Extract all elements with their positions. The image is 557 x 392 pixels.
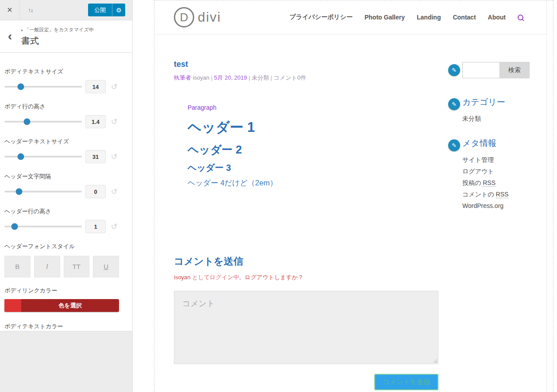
site-sidebar: ✎ 検索 ✎ カテゴリー 未分類 ✎ — [462, 62, 530, 211]
widget-title: メタ情報 — [462, 138, 530, 149]
main-nav: プライバシーポリシー Photo Gallery Landing Contact… — [289, 13, 523, 21]
customizer-preview: D divi プライバシーポリシー Photo Gallery Landing … — [133, 0, 557, 392]
post-title[interactable]: test — [174, 60, 438, 69]
nav-item-landing[interactable]: Landing — [417, 14, 441, 21]
sidebar-search-input[interactable] — [462, 62, 499, 78]
post-content: Paragraph ヘッダー 1 ヘッダー 2 ヘッダー 3 ヘッダー 4だけど… — [188, 104, 438, 188]
comment-section: コメントを送信 isoyan としてログイン中。ログアウトしますか？ コメントを… — [174, 255, 438, 390]
reset-icon[interactable]: ↺ — [109, 117, 119, 127]
category-link[interactable]: 未分類 — [462, 113, 530, 124]
slider-value: 14 — [85, 80, 106, 93]
slider-track[interactable] — [4, 226, 82, 227]
slider-thumb[interactable] — [23, 119, 30, 125]
slider-value: 31 — [85, 150, 106, 163]
meta-link-wordpress-org[interactable]: WordPress.org — [462, 200, 530, 211]
logout-link[interactable]: ログアウトしますか？ — [245, 274, 303, 281]
slider-thumb[interactable] — [17, 154, 24, 160]
post-article: test 執筆者 isoyan | 5月 20, 2019 | 未分類 | コメ… — [174, 60, 438, 188]
slider-control-body-line-height: ボディ行の高さ 1.4 ↺ — [4, 103, 119, 128]
meta-separator: | — [249, 74, 250, 81]
post-category-link[interactable]: 未分類 — [252, 74, 269, 81]
slider-value: 1.4 — [85, 115, 106, 128]
nav-item-privacy-policy[interactable]: プライバシーポリシー — [289, 13, 353, 21]
breadcrumb-text: 「一般設定」をカスタマイズ中 — [25, 27, 94, 32]
site-page: D divi プライバシーポリシー Photo Gallery Landing … — [154, 0, 547, 392]
logo-text: divi — [198, 10, 221, 25]
author-label: 執筆者 — [174, 74, 191, 81]
reset-icon[interactable]: ↺ — [109, 222, 119, 231]
sidebar-search-button[interactable]: 検索 — [499, 62, 530, 78]
slider-thumb[interactable] — [17, 84, 24, 90]
customizer-topbar: ✕ ↑↓ 公開 ⚙ — [0, 0, 132, 20]
reset-icon[interactable]: ↺ — [109, 187, 119, 196]
submit-comment-button[interactable]: コメントを送信 — [374, 374, 438, 390]
search-widget: ✎ 検索 — [462, 62, 530, 78]
back-button[interactable]: ‹ — [0, 20, 20, 52]
slider-track[interactable] — [4, 156, 82, 158]
color-picker-button[interactable]: 色を選択 — [4, 299, 119, 312]
heading-4: ヘッダー 4だけど（2em） — [188, 178, 438, 188]
heading-3: ヘッダー 3 — [188, 162, 438, 174]
comment-count-link[interactable]: コメント0件 — [274, 74, 306, 81]
meta-link-site-admin[interactable]: サイト管理 — [462, 154, 530, 165]
nav-item-photo-gallery[interactable]: Photo Gallery — [365, 14, 405, 21]
back-chevron-icon: ‹ — [8, 29, 12, 43]
publish-group: 公開 ⚙ — [88, 0, 125, 20]
bold-button[interactable]: B — [4, 256, 31, 277]
meta-link-comments-rss[interactable]: コメントの RSS — [462, 188, 530, 200]
slider-control-header-letter-spacing: ヘッダー文字間隔 0 ↺ — [4, 173, 119, 198]
reset-icon[interactable]: ↺ — [109, 152, 119, 161]
breadcrumb: ▸ 「一般設定」をカスタマイズ中 — [21, 27, 128, 33]
logged-in-user-link[interactable]: isoyan — [174, 274, 191, 281]
meta-separator: | — [211, 74, 212, 81]
slider-value: 1 — [85, 220, 106, 233]
slider-control-header-line-height: ヘッダー行の高さ 1 ↺ — [4, 208, 119, 233]
slider-control-body-text-size: ボディテキストサイズ 14 ↺ — [4, 68, 119, 93]
triangle-icon: ▸ — [21, 28, 23, 32]
post-meta: 執筆者 isoyan | 5月 20, 2019 | 未分類 | コメント0件 — [174, 74, 438, 82]
slider-track[interactable] — [4, 86, 82, 88]
reset-icon[interactable]: ↺ — [109, 82, 119, 92]
categories-widget: ✎ カテゴリー 未分類 — [462, 96, 530, 124]
divi-logo-icon: D — [174, 7, 194, 27]
post-date[interactable]: 5月 20, 2019 — [214, 74, 247, 81]
uppercase-button[interactable]: TT — [64, 256, 90, 277]
edit-widget-pencil-icon[interactable]: ✎ — [448, 139, 460, 151]
author-link[interactable]: isoyan — [193, 74, 210, 81]
close-customizer-button[interactable]: ✕ — [0, 0, 20, 20]
publish-button[interactable]: 公開 — [88, 4, 112, 16]
search-icon[interactable] — [518, 15, 523, 20]
control-label: ボディリンクカラー — [4, 287, 119, 295]
control-label: ヘッダー行の高さ — [4, 208, 119, 215]
meta-link-posts-rss[interactable]: 投稿の RSS — [462, 177, 530, 188]
paragraph-text: Paragraph — [188, 104, 438, 111]
collapse-reorder-button[interactable]: ↑↓ — [20, 0, 41, 20]
control-label: ヘッダーテキストサイズ — [4, 138, 119, 146]
nav-item-about[interactable]: About — [488, 14, 506, 21]
underline-button[interactable]: U — [93, 256, 119, 277]
slider-thumb[interactable] — [16, 188, 23, 195]
control-label: ヘッダーフォントスタイル — [4, 242, 119, 250]
logged-in-note: isoyan としてログイン中。ログアウトしますか？ — [174, 273, 438, 281]
section-title: 書式 — [21, 35, 128, 47]
site-logo[interactable]: D divi — [174, 7, 221, 27]
select-color-label: 色を選択 — [4, 302, 119, 310]
meta-link-logout[interactable]: ログアウト — [462, 165, 530, 177]
nav-item-contact[interactable]: Contact — [453, 14, 476, 21]
close-icon: ✕ — [7, 6, 12, 14]
control-label: ボディテキストサイズ — [4, 68, 119, 76]
slider-thumb[interactable] — [11, 223, 18, 230]
slider-control-header-text-size: ヘッダーテキストサイズ 31 ↺ — [4, 138, 119, 163]
edit-widget-pencil-icon[interactable]: ✎ — [448, 64, 460, 76]
italic-button[interactable]: I — [34, 256, 60, 277]
heading-2: ヘッダー 2 — [188, 142, 438, 157]
publish-settings-button[interactable]: ⚙ — [112, 4, 125, 16]
slider-track[interactable] — [4, 121, 82, 123]
wordpress-customizer-screen: ✕ ↑↓ 公開 ⚙ ‹ ▸ 「一般設定」をカスタマイズ中 書式 ボディテキストサ… — [0, 0, 557, 392]
body-link-color-control: ボディリンクカラー 色を選択 — [4, 287, 119, 312]
comment-textarea[interactable] — [174, 291, 438, 364]
site-body: test 執筆者 isoyan | 5月 20, 2019 | 未分類 | コメ… — [154, 35, 546, 392]
edit-widget-pencil-icon[interactable]: ✎ — [448, 98, 460, 110]
slider-track[interactable] — [4, 191, 82, 192]
comment-form-title: コメントを送信 — [174, 255, 438, 268]
